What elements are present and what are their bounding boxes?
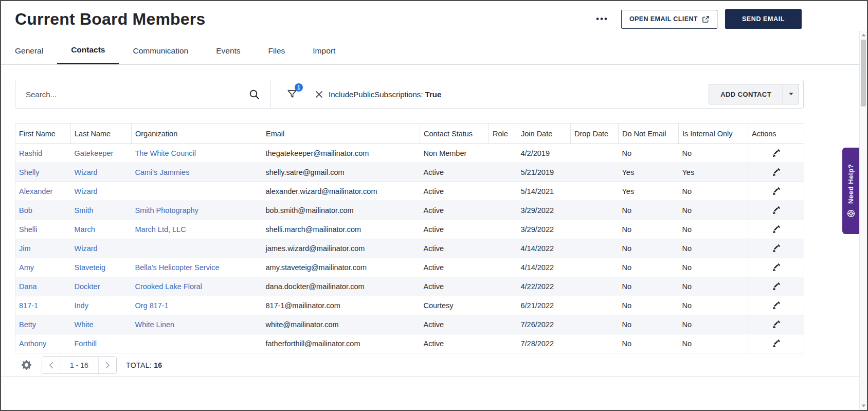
- first-name-link[interactable]: Dana: [19, 282, 37, 291]
- actions-cell: [748, 239, 804, 258]
- grid-settings-button[interactable]: [21, 359, 32, 371]
- chevron-down-icon: [789, 93, 793, 96]
- first-name-link[interactable]: Betty: [19, 320, 36, 329]
- previous-page-button[interactable]: [42, 357, 60, 373]
- tab-contacts[interactable]: Contacts: [57, 37, 119, 64]
- actions-cell: [748, 220, 804, 239]
- tab-communication[interactable]: Communication: [119, 37, 202, 64]
- clear-filter-button[interactable]: [314, 90, 324, 99]
- organization-link[interactable]: Smith Photography: [135, 206, 198, 215]
- column-header-role[interactable]: Role: [489, 123, 517, 144]
- edit-contact-button[interactable]: [771, 338, 781, 348]
- last-name-link[interactable]: Forthill: [75, 339, 97, 348]
- last-name-link[interactable]: Wizard: [75, 168, 98, 176]
- first-name-link[interactable]: Alexander: [19, 187, 52, 195]
- active-filter-label: IncludePublicSubscriptions: True: [329, 90, 441, 99]
- drop-date-cell: [571, 258, 619, 277]
- role-cell: [489, 220, 517, 239]
- join-date-cell: 4/14/2022: [517, 258, 571, 277]
- drop-date-cell: [571, 334, 619, 353]
- organization-link[interactable]: White Linen: [135, 320, 175, 329]
- last-name-link[interactable]: Dockter: [75, 282, 100, 291]
- add-contact-dropdown-button[interactable]: [783, 84, 799, 104]
- edit-contact-button[interactable]: [771, 319, 781, 329]
- pencil-icon: [772, 320, 780, 328]
- organization-link[interactable]: Crooked Lake Floral: [135, 282, 203, 291]
- scrollbar-down-button[interactable]: [860, 402, 867, 410]
- column-header-do-not-email[interactable]: Do Not Email: [619, 123, 679, 144]
- scrollbar-up-button[interactable]: [860, 31, 867, 39]
- last-name-link[interactable]: White: [75, 320, 94, 329]
- edit-contact-button[interactable]: [771, 224, 781, 234]
- next-page-button[interactable]: [99, 357, 116, 373]
- contact-status-cell: Active: [420, 201, 489, 220]
- edit-contact-button[interactable]: [771, 205, 781, 215]
- drop-date-cell: [571, 239, 619, 258]
- last-name-link[interactable]: Gatekeeper: [75, 149, 114, 157]
- column-header-last-name[interactable]: Last Name: [71, 123, 132, 144]
- tab-events[interactable]: Events: [202, 37, 254, 64]
- actions-cell: [748, 334, 804, 353]
- tab-files[interactable]: Files: [255, 37, 299, 64]
- role-cell: [489, 334, 517, 353]
- first-name-link[interactable]: Shelli: [19, 225, 37, 234]
- pencil-icon: [772, 206, 780, 214]
- tab-general[interactable]: General: [1, 37, 57, 64]
- first-name-link[interactable]: Amy: [19, 263, 34, 272]
- edit-contact-button[interactable]: [771, 243, 781, 253]
- edit-contact-button[interactable]: [771, 262, 781, 272]
- first-name-link[interactable]: Jim: [19, 244, 31, 253]
- organization-link[interactable]: Cami's Jammies: [135, 168, 190, 176]
- do-not-email-cell: No: [619, 277, 679, 296]
- organization-link[interactable]: The White Council: [135, 149, 196, 157]
- search-button[interactable]: [248, 88, 261, 101]
- edit-contact-button[interactable]: [771, 148, 781, 158]
- organization-link[interactable]: Org 817-1: [135, 301, 169, 310]
- edit-contact-button[interactable]: [771, 300, 781, 310]
- organization-link[interactable]: March Ltd, LLC: [135, 225, 186, 234]
- contact-status-cell: Active: [420, 277, 489, 296]
- tab-import[interactable]: Import: [299, 37, 349, 64]
- join-date-cell: 7/28/2022: [517, 334, 571, 353]
- column-header-first-name[interactable]: First Name: [15, 123, 71, 144]
- first-name-cell: Anthony: [15, 334, 71, 353]
- organization-link[interactable]: Bella's Helicopter Service: [135, 263, 220, 272]
- first-name-link[interactable]: Shelly: [19, 168, 40, 176]
- need-help-tab[interactable]: Need Help?: [842, 148, 859, 234]
- scrollbar-thumb[interactable]: [861, 40, 866, 106]
- last-name-link[interactable]: Smith: [75, 206, 94, 215]
- contact-status-cell: Active: [420, 163, 489, 182]
- open-email-client-button[interactable]: OPEN EMAIL CLIENT: [621, 10, 717, 29]
- organization-cell: March Ltd, LLC: [132, 220, 262, 239]
- email-cell: thegatekeeper@mailinator.com: [262, 144, 420, 163]
- search-input[interactable]: [26, 90, 248, 99]
- vertical-scrollbar: [859, 31, 867, 410]
- last-name-link[interactable]: Wizard: [75, 244, 98, 253]
- column-header-is-internal-only[interactable]: Is Internal Only: [679, 123, 748, 144]
- first-name-cell: Alexander: [15, 182, 71, 201]
- organization-cell: White Linen: [132, 315, 262, 334]
- more-options-button[interactable]: •••: [591, 9, 613, 29]
- contact-status-cell: Active: [420, 220, 489, 239]
- add-contact-button[interactable]: ADD CONTACT: [709, 84, 783, 104]
- first-name-link[interactable]: Bob: [19, 206, 32, 215]
- column-header-drop-date[interactable]: Drop Date: [571, 123, 619, 144]
- last-name-link[interactable]: Indy: [75, 301, 88, 310]
- last-name-link[interactable]: Wizard: [75, 187, 98, 195]
- last-name-link[interactable]: Staveteig: [75, 263, 105, 272]
- filter-button[interactable]: 1: [286, 88, 298, 100]
- first-name-link[interactable]: Anthony: [19, 339, 46, 348]
- first-name-link[interactable]: Rashid: [19, 149, 42, 157]
- last-name-link[interactable]: March: [75, 225, 95, 234]
- edit-contact-button[interactable]: [771, 167, 781, 177]
- first-name-link[interactable]: 817-1: [19, 301, 38, 310]
- do-not-email-cell: No: [619, 220, 679, 239]
- column-header-contact-status[interactable]: Contact Status: [420, 123, 489, 144]
- do-not-email-cell: No: [619, 334, 679, 353]
- column-header-email[interactable]: Email: [262, 123, 420, 144]
- column-header-join-date[interactable]: Join Date: [517, 123, 571, 144]
- edit-contact-button[interactable]: [771, 281, 781, 291]
- send-email-button[interactable]: SEND EMAIL: [725, 9, 802, 29]
- column-header-organization[interactable]: Organization: [132, 123, 262, 144]
- edit-contact-button[interactable]: [771, 186, 781, 196]
